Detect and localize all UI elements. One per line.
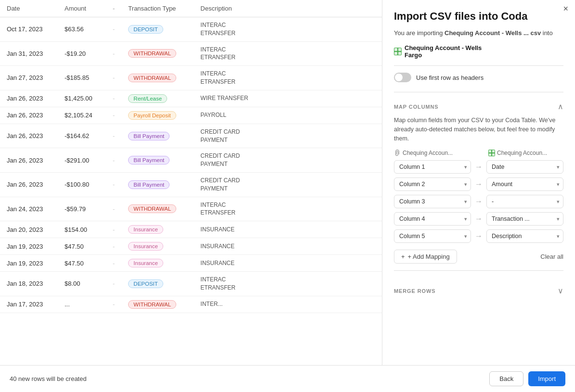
- csv-column-select-wrapper-1: Column 2: [394, 177, 471, 191]
- cell-amount: -$59.79: [58, 197, 106, 221]
- merge-rows-collapse[interactable]: ∨: [558, 286, 563, 295]
- desc-text: INTERACETRANSFER: [200, 46, 235, 61]
- coda-column-select-wrapper-4: Description: [486, 229, 563, 243]
- svg-rect-6: [489, 150, 491, 152]
- coda-column-select-wrapper-1: Amount: [486, 177, 563, 191]
- cell-dash: -: [106, 221, 121, 238]
- cell-amount: -$100.80: [58, 172, 106, 197]
- modal-footer: 40 new rows will be created Back Import: [0, 365, 575, 392]
- arrow-icon-0: →: [475, 163, 483, 171]
- cell-date: Jan 17, 2023: [0, 296, 58, 313]
- cell-type: DEPOSIT: [121, 17, 194, 42]
- cell-desc: CREDIT CARDPAYMENT: [194, 148, 382, 173]
- coda-column-select-wrapper-2: -: [486, 195, 563, 208]
- cell-type: Insurance: [121, 221, 194, 238]
- cell-desc: PAYROLL: [194, 107, 382, 124]
- desc-text: INSURANCE: [200, 226, 235, 233]
- cell-desc: INTERACETRANSFER: [194, 272, 382, 296]
- svg-rect-4: [398, 52, 401, 55]
- cell-desc: CREDIT CARDPAYMENT: [194, 124, 382, 148]
- desc-text: CREDIT CARDPAYMENT: [200, 177, 240, 192]
- back-button[interactable]: Back: [489, 371, 523, 386]
- import-button[interactable]: Import: [528, 371, 565, 386]
- target-table-ref: Chequing Account - Wells Fargo: [394, 44, 563, 59]
- type-badge: DEPOSIT: [128, 279, 163, 288]
- csv-column-select-3[interactable]: Column 4: [394, 212, 471, 226]
- first-row-toggle[interactable]: [394, 73, 411, 82]
- cell-amount: $8.00: [58, 272, 106, 296]
- table-row: Jan 31, 2023 -$19.20 - WITHDRAWAL INTERA…: [0, 41, 382, 66]
- desc-text: PAYROLL: [200, 112, 226, 118]
- csv-column-select-1[interactable]: Column 2: [394, 177, 471, 191]
- table-row: Jan 18, 2023 $8.00 - DEPOSIT INTERACETRA…: [0, 272, 382, 296]
- close-button[interactable]: ×: [563, 4, 568, 14]
- cell-dash: -: [106, 90, 121, 107]
- table-row: Jan 26, 2023 -$164.62 - Bill Payment CRE…: [0, 124, 382, 148]
- table-row: Jan 26, 2023 $1,425.00 - Rent/Lease WIRE…: [0, 90, 382, 107]
- cell-dash: -: [106, 238, 121, 255]
- csv-column-select-wrapper-2: Column 3: [394, 195, 471, 208]
- csv-column-select-0[interactable]: Column 1: [394, 160, 471, 174]
- csv-preview-panel: Date Amount - Transaction Type Descripti…: [0, 0, 382, 365]
- coda-column-select-3[interactable]: Transaction ...: [486, 212, 563, 226]
- type-badge: Bill Payment: [128, 156, 170, 164]
- cell-date: Jan 26, 2023: [0, 172, 58, 197]
- cell-amount: ...: [58, 296, 106, 313]
- cell-dash: -: [106, 107, 121, 124]
- import-modal: × Date Amount - Transaction Type Descrip…: [0, 0, 575, 392]
- coda-column-select-0[interactable]: Date: [486, 160, 563, 174]
- desc-text: INSURANCE: [200, 243, 235, 250]
- plus-icon: +: [401, 253, 405, 260]
- add-mapping-button[interactable]: + + Add Mapping: [394, 250, 457, 264]
- coda-column-select-1[interactable]: Amount: [486, 177, 563, 191]
- type-badge: WITHDRAWAL: [128, 74, 176, 82]
- csv-column-select-2[interactable]: Column 3: [394, 195, 471, 208]
- cell-date: Jan 27, 2023: [0, 66, 58, 90]
- type-badge: Payroll Deposit: [128, 111, 176, 120]
- table-row: Jan 20, 2023 $154.00 - Insurance INSURAN…: [0, 221, 382, 238]
- cell-date: Jan 26, 2023: [0, 148, 58, 173]
- cell-desc: INTERACETRANSFER: [194, 197, 382, 221]
- footer-info: 40 new rows will be created: [10, 375, 87, 382]
- coda-col-header: Chequing Accoun...: [488, 150, 563, 156]
- toggle-label: Use first row as headers: [416, 74, 484, 81]
- type-badge: WITHDRAWAL: [128, 300, 176, 309]
- cell-type: WITHDRAWAL: [121, 41, 194, 66]
- coda-column-select-wrapper-3: Transaction ...: [486, 212, 563, 226]
- divider-1: [394, 65, 563, 66]
- desc-text: INTERACETRANSFER: [200, 202, 235, 216]
- cell-type: WITHDRAWAL: [121, 296, 194, 313]
- col-headers-row: Chequing Accoun... Chequing Accoun...: [394, 150, 563, 156]
- csv-table-container[interactable]: Date Amount - Transaction Type Descripti…: [0, 0, 382, 365]
- cell-dash: -: [106, 66, 121, 90]
- type-badge: Bill Payment: [128, 132, 170, 140]
- coda-column-select-4[interactable]: Description: [486, 229, 563, 243]
- type-badge: Insurance: [128, 225, 163, 234]
- desc-text: INTERACETRANSFER: [200, 70, 235, 85]
- csv-column-select-4[interactable]: Column 5: [394, 229, 471, 243]
- col-header-amount: Amount: [58, 0, 106, 17]
- desc-text: INTER...: [200, 301, 222, 307]
- coda-column-select-2[interactable]: -: [486, 195, 563, 208]
- map-columns-collapse[interactable]: ∧: [558, 102, 563, 111]
- cell-amount: $1,425.00: [58, 90, 106, 107]
- cell-dash: -: [106, 172, 121, 197]
- toggle-knob: [395, 74, 403, 81]
- table-small-icon: [488, 150, 495, 156]
- cell-dash: -: [106, 272, 121, 296]
- csv-column-select-wrapper-4: Column 5: [394, 229, 471, 243]
- clear-all-button[interactable]: Clear all: [540, 253, 563, 260]
- table-row: Jan 26, 2023 $2,105.24 - Payroll Deposit…: [0, 107, 382, 124]
- cell-date: Jan 20, 2023: [0, 221, 58, 238]
- svg-rect-3: [394, 52, 397, 55]
- cell-amount: -$291.00: [58, 148, 106, 173]
- cell-date: Jan 26, 2023: [0, 124, 58, 148]
- cell-desc: WIRE TRANSFER: [194, 90, 382, 107]
- type-badge: Rent/Lease: [128, 94, 167, 103]
- type-badge: DEPOSIT: [128, 25, 163, 34]
- divider-3: [394, 270, 563, 271]
- table-name: Chequing Account - Wells Fargo: [405, 44, 482, 59]
- file-name: Chequing Account - Wells ... csv: [444, 29, 541, 37]
- desc-text: INTERACETRANSFER: [200, 22, 235, 37]
- cell-amount: $63.56: [58, 17, 106, 42]
